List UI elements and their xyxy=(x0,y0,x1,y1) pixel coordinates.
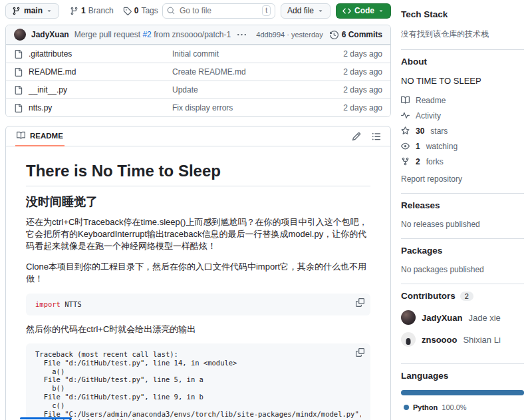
table-row[interactable]: __init__.py Update 2 days ago xyxy=(6,81,390,99)
file-browser-card: JadyXuan Merge pull request #2 from znso… xyxy=(5,25,391,117)
branches-label: Branch xyxy=(88,6,114,15)
contributors-title: Contributors 2 xyxy=(401,291,524,301)
branches-count: 1 xyxy=(81,6,86,15)
about-item-label: forks xyxy=(426,157,444,166)
edit-readme-button[interactable] xyxy=(352,132,361,141)
repo-forked-icon xyxy=(401,157,410,166)
avatar[interactable] xyxy=(401,310,416,325)
file-icon xyxy=(14,86,23,95)
readme-link[interactable]: Readme xyxy=(401,93,524,108)
contributor-username[interactable]: JadyXuan xyxy=(422,313,462,323)
code-keyword: import xyxy=(35,300,61,308)
stars-link[interactable]: 30 stars xyxy=(401,123,524,138)
file-icon xyxy=(14,104,23,112)
language-item[interactable]: Python 100.0% xyxy=(401,403,524,411)
search-input[interactable] xyxy=(178,5,259,16)
commit-hash[interactable]: 4ddb994 · yesterday xyxy=(256,31,323,39)
languages-section: Languages Python 100.0% xyxy=(401,363,524,420)
table-row[interactable]: ntts.py Fix display errors 2 days ago xyxy=(6,99,390,116)
forks-link[interactable]: 2 forks xyxy=(401,154,524,169)
copy-code-button[interactable] xyxy=(356,298,364,307)
code-snippet: import NTTS xyxy=(35,300,361,309)
kebab-menu-icon[interactable] xyxy=(237,31,246,39)
readme-actions xyxy=(352,132,381,141)
language-percent: 100.0% xyxy=(442,403,466,411)
code-icon xyxy=(342,7,351,15)
branch-selector-button[interactable]: main xyxy=(5,3,59,19)
about-item-label: Activity xyxy=(416,111,441,120)
about-section: About NO TIME TO SLEEP Readme Activity xyxy=(401,49,524,193)
code-block-traceback: Traceback (most recent call last): File … xyxy=(26,343,370,420)
activity-link[interactable]: Activity xyxy=(401,108,524,123)
avatar[interactable] xyxy=(401,332,416,347)
file-name-link[interactable]: ntts.py xyxy=(29,103,52,112)
table-row[interactable]: README.md Create README.md 2 days ago xyxy=(6,63,390,81)
table-row[interactable]: .gitattributes Initial commit 2 days ago xyxy=(6,45,390,63)
about-item-label: stars xyxy=(430,126,448,136)
partial-element-bottom xyxy=(20,417,72,419)
report-repository-link[interactable]: Report repository xyxy=(401,174,462,184)
file-commit-message[interactable]: Fix display errors xyxy=(172,103,335,112)
code-button[interactable]: Code xyxy=(336,3,391,19)
commit-author-link[interactable]: JadyXuan xyxy=(31,30,69,39)
commit-meta: 4ddb994 · yesterday 6 Commits xyxy=(256,30,382,39)
contributors-title-label: Contributors xyxy=(401,291,456,301)
tags-link[interactable]: 0 Tags xyxy=(123,6,158,15)
pr-number-link[interactable]: #2 xyxy=(142,30,151,39)
languages-title: Languages xyxy=(401,371,524,381)
language-name: Python xyxy=(413,403,438,411)
readme-paragraph: 还在为ctrl+C时Traceback停在time.sleep()上而感到尴尬吗… xyxy=(26,216,370,253)
branch-selector-label: main xyxy=(24,6,43,15)
file-commit-message[interactable]: Initial commit xyxy=(172,49,335,59)
file-name-link[interactable]: .gitattributes xyxy=(29,49,72,59)
file-name-link[interactable]: __init__.py xyxy=(29,85,67,95)
contributor-username[interactable]: znsoooo xyxy=(422,335,457,345)
toolbar-actions: t Add file Code xyxy=(162,3,391,19)
file-commit-message[interactable]: Create README.md xyxy=(172,67,335,77)
search-icon xyxy=(167,7,175,15)
contributor-fullname: Shixian Li xyxy=(463,335,500,345)
main-column: main 1 Branch 0 Tag xyxy=(5,3,391,420)
history-icon xyxy=(330,31,338,39)
list-item[interactable]: znsoooo Shixian Li xyxy=(401,332,524,347)
file-icon xyxy=(14,68,23,77)
file-name-cell: __init__.py xyxy=(14,85,172,95)
file-name-link[interactable]: README.md xyxy=(29,67,76,77)
commits-count-label: 6 Commits xyxy=(342,30,382,39)
code-button-label: Code xyxy=(354,6,374,15)
tags-count: 0 xyxy=(134,6,139,15)
commit-message[interactable]: Merge pull request #2 from znsoooo/patch… xyxy=(74,30,231,39)
go-to-file-search[interactable]: t xyxy=(162,3,275,19)
file-commit-message[interactable]: Update xyxy=(172,85,335,95)
packages-title: Packages xyxy=(401,246,524,256)
tab-readme[interactable]: README xyxy=(15,126,65,146)
book-icon xyxy=(401,96,410,105)
pulse-icon xyxy=(401,111,410,120)
add-file-button[interactable]: Add file xyxy=(281,3,331,19)
readme-section-heading: 没时间睡觉了 xyxy=(26,194,370,210)
copy-code-button[interactable] xyxy=(356,348,364,357)
file-age: 2 days ago xyxy=(343,67,382,77)
commit-message-prefix: Merge pull request xyxy=(74,30,143,39)
readme-paragraph: Clone本项目到你的工程目录下，然后在你的入口文件代码中import它，其余的… xyxy=(26,261,370,286)
code-snippet: Traceback (most recent call last): File … xyxy=(35,350,361,420)
page-title: There is No Time to Sleep xyxy=(26,161,370,186)
packages-empty-text: No packages published xyxy=(401,265,524,274)
about-item-label: Readme xyxy=(416,96,446,105)
branches-link[interactable]: 1 Branch xyxy=(70,6,114,15)
list-item[interactable]: JadyXuan Jade xie xyxy=(401,310,524,325)
add-file-label: Add file xyxy=(287,6,314,15)
tech-stack-section: Tech Stack 没有找到该仓库的技术栈 xyxy=(401,3,524,49)
page: main 1 Branch 0 Tag xyxy=(0,0,532,420)
commit-history-link[interactable]: 6 Commits xyxy=(330,30,382,39)
outline-button[interactable] xyxy=(372,132,381,141)
tag-icon xyxy=(123,7,132,15)
tech-stack-title: Tech Stack xyxy=(401,9,524,19)
avatar[interactable] xyxy=(14,29,26,41)
releases-empty-text: No releases published xyxy=(401,220,524,229)
forks-count: 2 xyxy=(416,157,420,166)
language-bar[interactable] xyxy=(401,390,524,395)
watching-link[interactable]: 1 watching xyxy=(401,138,524,154)
readme-header: README xyxy=(6,126,390,146)
branch-tag-stats: 1 Branch 0 Tags xyxy=(70,6,158,15)
